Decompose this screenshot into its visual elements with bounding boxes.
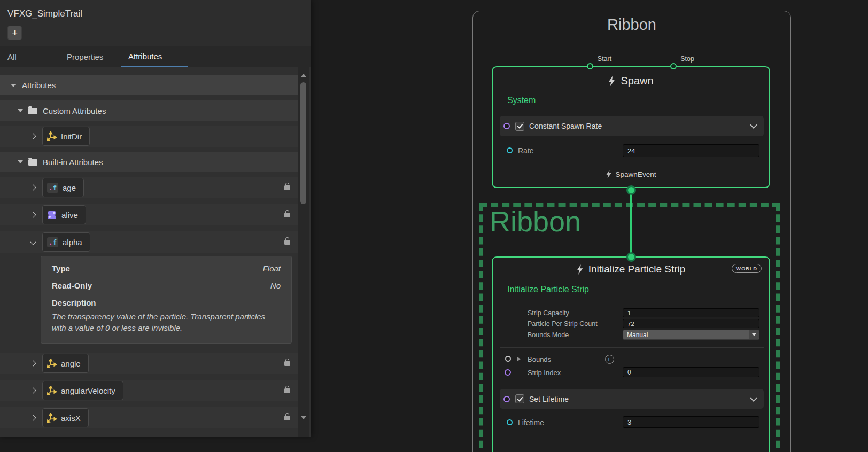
node-title: Spawn xyxy=(621,75,653,87)
local-space-badge[interactable]: L xyxy=(605,355,614,364)
stop-flow-port[interactable] xyxy=(670,63,677,69)
particle-per-strip-field[interactable]: 72 xyxy=(623,319,759,328)
foldout-down-icon[interactable] xyxy=(18,109,23,112)
bounds-label: Bounds xyxy=(528,355,551,363)
rate-value: 24 xyxy=(627,147,635,155)
block-enabled-checkbox[interactable] xyxy=(515,394,524,403)
tab-properties[interactable]: Properties xyxy=(60,46,121,67)
start-flow-port[interactable] xyxy=(587,63,593,69)
bounds-mode-dropdown[interactable]: Manual xyxy=(623,330,759,340)
attribute-name: alpha xyxy=(63,238,82,247)
block-input-port[interactable] xyxy=(503,396,510,402)
blackboard-title: VFXG_SimpleTrail xyxy=(7,9,82,19)
lightning-icon xyxy=(606,170,611,178)
strip-index-field[interactable]: 0 xyxy=(623,367,759,377)
chevron-right-icon[interactable] xyxy=(30,387,36,393)
world-space-badge[interactable]: WORLD xyxy=(732,264,762,273)
vector3-type-icon xyxy=(47,131,57,141)
attribute-row-angularvelocity[interactable]: angularVelocity xyxy=(0,380,298,401)
chevron-down-icon[interactable] xyxy=(750,394,757,401)
strip-index-input-port[interactable] xyxy=(505,369,511,376)
lifetime-label: Lifetime xyxy=(518,418,544,427)
attribute-pill[interactable]: InitDir xyxy=(42,127,90,146)
lifetime-value-field[interactable]: 3 xyxy=(623,416,759,428)
chevron-right-icon[interactable] xyxy=(30,212,36,217)
chevron-right-icon[interactable] xyxy=(30,360,36,366)
attribute-row-alpha[interactable]: .f alpha xyxy=(0,231,298,253)
float-type-icon: .f xyxy=(47,237,58,247)
tree-scrollbar[interactable] xyxy=(298,67,309,437)
attribute-row-initdir[interactable]: InitDir xyxy=(0,126,298,147)
attribute-name: InitDir xyxy=(61,132,82,141)
stop-port-label: Stop xyxy=(666,55,709,63)
flow-edge[interactable] xyxy=(630,189,632,258)
attribute-row-age[interactable]: .f age xyxy=(0,177,298,198)
lightning-icon xyxy=(608,76,615,87)
block-enabled-checkbox[interactable] xyxy=(515,122,524,131)
chevron-right-icon[interactable] xyxy=(30,415,36,420)
divider xyxy=(500,347,764,348)
attribute-pill[interactable]: angularVelocity xyxy=(42,381,123,400)
attribute-pill[interactable]: .f alpha xyxy=(42,232,90,252)
spawn-context-node[interactable]: Start Stop Spawn System Constant Spawn R… xyxy=(492,66,770,188)
strip-capacity-field[interactable]: 1 xyxy=(623,308,759,317)
block-input-port[interactable] xyxy=(503,123,510,129)
vector3-type-icon xyxy=(47,386,57,395)
lifetime-input-port[interactable] xyxy=(507,419,513,425)
lock-icon xyxy=(284,361,290,366)
detail-description-text: The transparency value of the particle. … xyxy=(52,311,281,334)
expander-right-icon[interactable] xyxy=(517,357,521,361)
lock-icon xyxy=(284,388,290,393)
set-lifetime-block[interactable]: Set Lifetime xyxy=(500,389,764,409)
spawn-output-port[interactable] xyxy=(626,185,636,195)
tree-root-attributes[interactable]: Attributes xyxy=(0,75,298,95)
rate-value-field[interactable]: 24 xyxy=(623,144,759,157)
vector3-type-icon xyxy=(47,413,57,423)
attribute-pill[interactable]: alive xyxy=(42,205,86,224)
bounds-mode-label: Bounds Mode xyxy=(528,331,569,339)
strip-capacity-label: Strip Capacity xyxy=(528,309,569,317)
attribute-row-axisx[interactable]: axisX xyxy=(0,407,298,428)
blackboard-tabs: All Properties Attributes xyxy=(0,46,311,68)
chevron-down-icon[interactable] xyxy=(30,239,36,245)
lock-icon xyxy=(284,185,290,190)
lock-icon xyxy=(284,416,290,420)
attribute-name: alive xyxy=(61,211,78,220)
attribute-pill[interactable]: axisX xyxy=(42,408,89,427)
chevron-down-icon[interactable] xyxy=(750,121,757,129)
initialize-input-port[interactable] xyxy=(626,252,636,262)
attribute-row-angle[interactable]: angle xyxy=(0,353,298,374)
initialize-particle-strip-node[interactable]: Initialize Particle Strip WORLD Initiali… xyxy=(492,256,770,452)
attribute-name: axisX xyxy=(61,414,81,423)
constant-spawn-rate-block[interactable]: Constant Spawn Rate xyxy=(500,116,764,136)
chevron-right-icon[interactable] xyxy=(30,133,36,139)
attribute-name: angle xyxy=(61,359,81,368)
system-context-label: System xyxy=(507,96,536,105)
attribute-pill[interactable]: angle xyxy=(42,354,89,373)
attribute-row-alive[interactable]: alive xyxy=(0,204,298,225)
rate-label: Rate xyxy=(518,146,534,155)
vfx-graph-canvas[interactable]: Ribbon Ribbon Start Stop Spawn System Co… xyxy=(311,0,868,452)
lifetime-value: 3 xyxy=(627,418,631,426)
scroll-up-icon[interactable] xyxy=(301,74,306,77)
rate-input-port[interactable] xyxy=(507,147,513,153)
scrollbar-thumb[interactable] xyxy=(300,82,306,204)
blackboard-panel: VFXG_SimpleTrail + All Properties Attrib… xyxy=(0,0,311,437)
bounds-mode-value: Manual xyxy=(627,331,648,339)
add-attribute-button[interactable]: + xyxy=(7,26,22,40)
attribute-pill[interactable]: .f age xyxy=(42,178,84,197)
chevron-right-icon[interactable] xyxy=(30,184,36,190)
strip-capacity-value: 1 xyxy=(627,310,631,316)
tab-all[interactable]: All xyxy=(0,46,60,67)
folder-builtin-attributes[interactable]: Built-in Attributes xyxy=(0,152,298,172)
folder-custom-attributes[interactable]: Custom Attributes xyxy=(0,100,298,121)
tab-attributes[interactable]: Attributes xyxy=(121,46,188,67)
foldout-down-icon[interactable] xyxy=(18,160,23,163)
attribute-name: age xyxy=(63,183,76,192)
scroll-down-icon[interactable] xyxy=(301,416,306,419)
bounds-input-port[interactable] xyxy=(505,356,511,362)
foldout-down-icon[interactable] xyxy=(11,84,16,87)
node-title: Initialize Particle Strip xyxy=(588,263,686,275)
detail-readonly-value: No xyxy=(270,281,281,290)
dropdown-arrow-icon xyxy=(749,330,759,339)
